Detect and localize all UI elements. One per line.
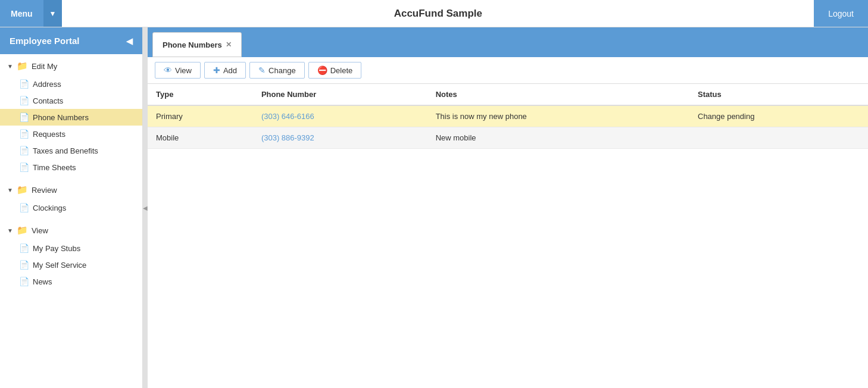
sidebar-collapse-icon[interactable]: ◀ [126,36,133,46]
app-title: AccuFund Sample [394,8,482,20]
doc-icon: 📄 [19,162,29,172]
group-arrow-icon: ▼ [7,227,13,234]
add-icon: ✚ [213,65,220,75]
sidebar-item-label: Time Sheets [33,163,76,172]
cell-phone: (303) 646-6166 [253,105,427,127]
menu-label: Menu [0,9,43,18]
data-table: Type Phone Number Notes Status Primary(3… [148,84,868,388]
doc-icon: 📄 [19,277,29,286]
sidebar-title: Employee Portal [10,36,80,46]
doc-icon: 📄 [19,203,29,212]
sidebar-group-review-label[interactable]: ▼ 📁 Review [0,180,142,199]
sidebar-group-edit-my: ▼ 📁 Edit My 📄 Address 📄 Contacts 📄 Phone… [0,54,142,178]
sidebar-item-my-pay-stubs[interactable]: 📄 My Pay Stubs [0,240,142,256]
sidebar-header: Employee Portal ◀ [0,27,142,54]
cell-type: Mobile [148,127,253,149]
col-header-type: Type [148,84,253,105]
menu-button[interactable]: Menu ▼ [0,0,62,27]
group-arrow-icon: ▼ [7,187,13,193]
add-button[interactable]: ✚ Add [204,62,246,79]
doc-icon: 📄 [19,129,29,139]
sidebar-group-review: ▼ 📁 Review 📄 Clockings [0,178,142,218]
sidebar-item-label: News [33,277,52,286]
sidebar-item-label: Phone Numbers [33,113,89,122]
pencil-icon: ✎ [258,65,266,75]
sidebar-item-my-self-service[interactable]: 📄 My Self Service [0,256,142,273]
cell-notes: This is now my new phone [427,105,689,127]
doc-icon: 📄 [19,260,29,270]
doc-icon: 📄 [19,112,29,122]
group-label: Review [32,186,57,195]
sidebar-item-label: Taxes and Benefits [33,146,98,155]
sidebar-item-label: Contacts [33,96,63,105]
cell-status: Change pending [689,105,868,127]
sidebar-group-view: ▼ 📁 View 📄 My Pay Stubs 📄 My Self Servic… [0,218,142,292]
menu-arrow-icon[interactable]: ▼ [43,0,63,27]
table-header-row: Type Phone Number Notes Status [148,84,868,105]
tab-close-icon[interactable]: ✕ [226,40,232,49]
cell-phone: (303) 886-9392 [253,127,427,149]
group-label: Edit My [32,62,57,71]
col-header-phone: Phone Number [253,84,427,105]
change-button[interactable]: ✎ Change [249,62,305,79]
main-layout: Employee Portal ◀ ▼ 📁 Edit My 📄 Address … [0,27,868,388]
resize-handle[interactable] [143,27,148,388]
group-arrow-icon: ▼ [7,63,13,70]
group-label: View [32,226,48,235]
delete-label: Delete [330,66,353,75]
doc-icon: 📄 [19,96,29,105]
sidebar-item-phone-numbers[interactable]: 📄 Phone Numbers [0,109,142,126]
active-tab[interactable]: Phone Numbers ✕ [152,32,242,57]
table-row[interactable]: Mobile(303) 886-9392New mobile [148,127,868,149]
table-row[interactable]: Primary(303) 646-6166This is now my new … [148,105,868,127]
cell-status [689,127,868,149]
cell-notes: New mobile [427,127,689,149]
sidebar-item-contacts[interactable]: 📄 Contacts [0,92,142,109]
content-area: Phone Numbers ✕ 👁 View ✚ Add ✎ Change ⛔ … [148,27,868,388]
toolbar: 👁 View ✚ Add ✎ Change ⛔ Delete [148,57,868,84]
logout-button[interactable]: Logout [814,0,868,27]
sidebar-item-label: Requests [33,130,65,139]
sidebar-item-requests[interactable]: 📄 Requests [0,126,142,142]
content-header: Phone Numbers ✕ [148,27,868,57]
sidebar-item-label: My Self Service [33,261,86,270]
sidebar-item-label: My Pay Stubs [33,244,80,253]
sidebar-group-edit-my-label[interactable]: ▼ 📁 Edit My [0,57,142,76]
sidebar: Employee Portal ◀ ▼ 📁 Edit My 📄 Address … [0,27,143,388]
sidebar-item-label: Address [33,80,61,89]
sidebar-item-label: Clockings [33,204,66,212]
folder-icon: 📁 [17,225,28,236]
sidebar-item-news[interactable]: 📄 News [0,273,142,290]
sidebar-item-time-sheets[interactable]: 📄 Time Sheets [0,159,142,176]
delete-button[interactable]: ⛔ Delete [308,62,362,79]
sidebar-item-taxes-benefits[interactable]: 📄 Taxes and Benefits [0,142,142,159]
tab-label-text: Phone Numbers [163,40,222,49]
sidebar-item-address[interactable]: 📄 Address [0,76,142,92]
folder-icon: 📁 [17,61,28,71]
doc-icon: 📄 [19,146,29,155]
doc-icon: 📄 [19,79,29,89]
sidebar-group-view-label[interactable]: ▼ 📁 View [0,221,142,240]
folder-icon: 📁 [17,184,28,195]
top-bar: Menu ▼ AccuFund Sample Logout [0,0,868,27]
doc-icon: 📄 [19,243,29,253]
col-header-notes: Notes [427,84,689,105]
cell-type: Primary [148,105,253,127]
delete-icon: ⛔ [317,65,327,75]
add-label: Add [223,66,237,75]
sidebar-item-clockings[interactable]: 📄 Clockings [0,199,142,216]
view-label: View [175,66,192,75]
change-label: Change [268,66,296,75]
eye-icon: 👁 [164,65,172,75]
col-header-status: Status [689,84,868,105]
view-button[interactable]: 👁 View [155,62,201,79]
